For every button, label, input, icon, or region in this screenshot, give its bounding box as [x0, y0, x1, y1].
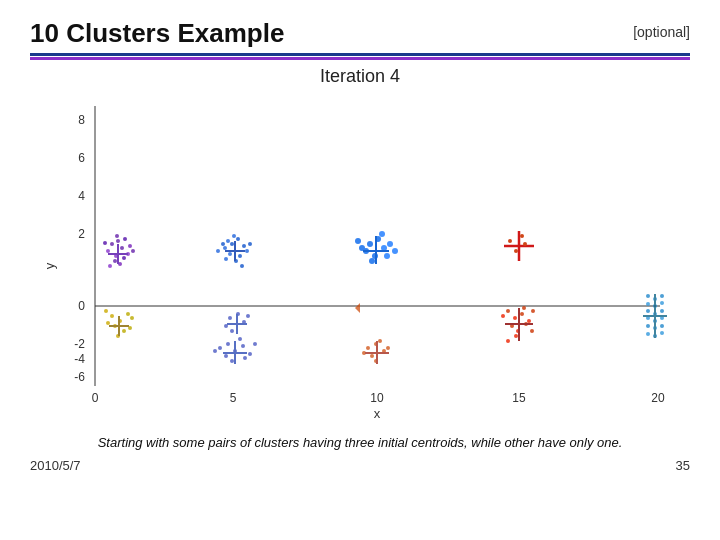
svg-point-24: [113, 259, 117, 263]
svg-point-139: [366, 346, 370, 350]
divider-blue: [30, 53, 690, 56]
header: 10 Clusters Example [optional]: [30, 18, 690, 49]
svg-text:15: 15: [512, 391, 526, 405]
page-title: 10 Clusters Example: [30, 18, 284, 49]
svg-point-63: [228, 316, 232, 320]
svg-text:10: 10: [370, 391, 384, 405]
svg-text:4: 4: [78, 189, 85, 203]
svg-point-58: [224, 257, 228, 261]
svg-point-98: [501, 314, 505, 318]
svg-point-89: [514, 249, 518, 253]
svg-point-67: [230, 329, 234, 333]
svg-point-143: [378, 339, 382, 343]
svg-point-106: [646, 294, 650, 298]
svg-point-118: [646, 324, 650, 328]
svg-point-36: [126, 312, 130, 316]
iteration-label: Iteration 4: [30, 66, 690, 87]
svg-point-79: [392, 248, 398, 254]
svg-text:8: 8: [78, 113, 85, 127]
svg-point-88: [523, 242, 527, 246]
svg-point-75: [387, 241, 393, 247]
svg-point-145: [386, 346, 390, 350]
svg-text:0: 0: [78, 299, 85, 313]
svg-point-54: [245, 249, 249, 253]
svg-point-93: [520, 312, 524, 316]
svg-point-26: [103, 241, 107, 245]
svg-point-71: [367, 241, 373, 247]
svg-point-18: [116, 239, 120, 243]
svg-text:y: y: [42, 262, 57, 269]
svg-point-94: [527, 319, 531, 323]
svg-point-109: [646, 302, 650, 306]
svg-point-102: [506, 339, 510, 343]
page: 10 Clusters Example [optional] Iteration…: [0, 0, 720, 540]
svg-point-20: [106, 249, 110, 253]
svg-point-19: [120, 246, 124, 250]
svg-point-135: [243, 356, 247, 360]
svg-point-39: [106, 321, 110, 325]
svg-point-40: [130, 316, 134, 320]
svg-point-17: [110, 242, 114, 246]
svg-point-90: [520, 234, 524, 238]
svg-point-22: [123, 237, 127, 241]
svg-point-121: [646, 332, 650, 336]
divider-purple: [30, 57, 690, 60]
bottom-caption: Starting with some pairs of clusters hav…: [30, 435, 690, 450]
svg-text:5: 5: [230, 391, 237, 405]
svg-point-111: [660, 301, 664, 305]
svg-point-81: [384, 253, 390, 259]
svg-point-80: [369, 258, 375, 264]
svg-point-132: [238, 337, 242, 341]
svg-point-108: [660, 294, 664, 298]
svg-point-129: [241, 344, 245, 348]
svg-point-47: [236, 237, 240, 241]
svg-point-31: [115, 234, 119, 238]
svg-point-136: [253, 342, 257, 346]
svg-text:0: 0: [92, 391, 99, 405]
optional-tag: [optional]: [633, 24, 690, 40]
chart-area: 8 6 4 2 0 -2 -4 -6 y 0 5 10 15 20 x: [40, 91, 680, 431]
svg-text:-6: -6: [74, 370, 85, 384]
svg-point-68: [246, 314, 250, 318]
svg-text:20: 20: [651, 391, 665, 405]
svg-point-30: [122, 256, 126, 260]
svg-point-87: [508, 239, 512, 243]
svg-point-34: [110, 314, 114, 318]
footer-date: 2010/5/7: [30, 458, 81, 473]
svg-point-49: [242, 244, 246, 248]
svg-point-55: [221, 242, 225, 246]
svg-point-77: [379, 231, 385, 237]
svg-point-50: [228, 252, 232, 256]
svg-text:-2: -2: [74, 337, 85, 351]
svg-point-126: [218, 346, 222, 350]
svg-point-133: [230, 359, 234, 363]
svg-point-48: [223, 246, 227, 250]
svg-point-130: [248, 352, 252, 356]
svg-point-100: [514, 334, 518, 338]
svg-point-92: [513, 316, 517, 320]
chart-svg: 8 6 4 2 0 -2 -4 -6 y 0 5 10 15 20 x: [40, 91, 680, 431]
svg-point-123: [660, 331, 664, 335]
svg-point-28: [131, 249, 135, 253]
svg-text:-4: -4: [74, 352, 85, 366]
svg-point-57: [240, 264, 244, 268]
svg-point-56: [232, 234, 236, 238]
svg-point-59: [248, 242, 252, 246]
svg-point-99: [531, 309, 535, 313]
svg-point-127: [226, 342, 230, 346]
svg-point-46: [230, 242, 234, 246]
svg-marker-149: [355, 303, 360, 313]
footer-page: 35: [676, 458, 690, 473]
svg-point-42: [104, 309, 108, 313]
svg-point-60: [216, 249, 220, 253]
svg-point-134: [213, 349, 217, 353]
svg-point-29: [108, 264, 112, 268]
svg-text:x: x: [374, 406, 381, 421]
svg-text:6: 6: [78, 151, 85, 165]
svg-point-23: [128, 244, 132, 248]
footer: 2010/5/7 35: [30, 458, 690, 473]
svg-point-52: [226, 239, 230, 243]
svg-point-82: [355, 238, 361, 244]
svg-point-114: [660, 309, 664, 313]
svg-point-131: [224, 354, 228, 358]
